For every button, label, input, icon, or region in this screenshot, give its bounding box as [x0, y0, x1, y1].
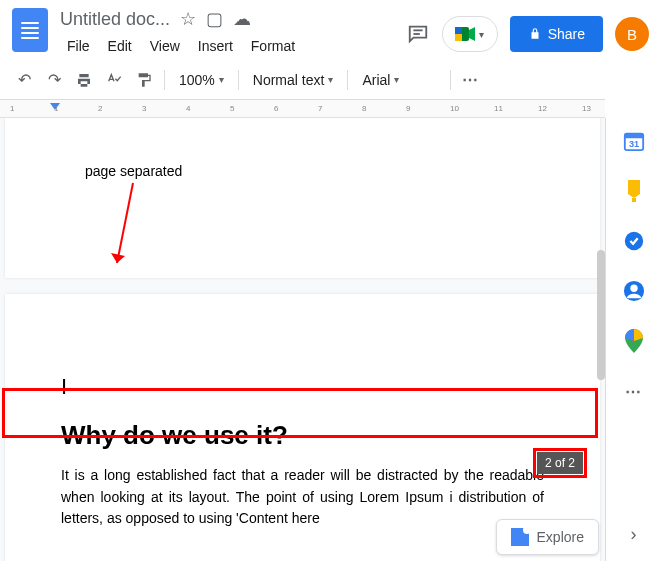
svg-point-14 [630, 285, 637, 292]
meet-button[interactable]: ▾ [442, 16, 498, 52]
spellcheck-button[interactable] [100, 66, 128, 94]
explore-icon [511, 528, 529, 546]
explore-button[interactable]: Explore [496, 519, 599, 555]
lock-icon [528, 27, 542, 41]
font-select[interactable]: Arial ▾ [354, 66, 444, 94]
scrollbar[interactable] [597, 250, 605, 380]
avatar[interactable]: B [615, 17, 649, 51]
svg-rect-11 [632, 198, 636, 202]
keep-icon[interactable] [623, 180, 645, 202]
zoom-value: 100% [179, 72, 215, 88]
annotation-box-separator [2, 388, 598, 438]
chevron-down-icon: ▾ [479, 29, 484, 40]
move-icon[interactable]: ▢ [206, 8, 223, 30]
svg-rect-3 [455, 27, 462, 34]
menu-format[interactable]: Format [244, 34, 302, 58]
toolbar: ↶ ↷ 100% ▾ Normal text ▾ Arial ▾ ⋯ [0, 60, 605, 100]
contacts-icon[interactable] [623, 280, 645, 302]
share-label: Share [548, 26, 585, 42]
document-canvas[interactable]: page separated I Why do we use it? It is… [0, 118, 605, 561]
chevron-down-icon: ▾ [219, 74, 224, 85]
comments-icon[interactable] [406, 22, 430, 46]
side-panel: 31 ⋯ › [605, 118, 661, 561]
star-icon[interactable]: ☆ [180, 8, 196, 30]
ruler[interactable]: 112345678910111213 [0, 100, 605, 118]
zoom-select[interactable]: 100% ▾ [171, 66, 232, 94]
menu-insert[interactable]: Insert [191, 34, 240, 58]
document-body: It is a long established fact that a rea… [61, 465, 544, 530]
svg-marker-5 [469, 27, 475, 41]
style-value: Normal text [253, 72, 325, 88]
share-button[interactable]: Share [510, 16, 603, 52]
menu-bar: File Edit View Insert Format [60, 34, 406, 58]
annotation-label: page separated [85, 163, 182, 179]
font-value: Arial [362, 72, 390, 88]
page-gap [0, 278, 605, 294]
cloud-icon[interactable]: ☁ [233, 8, 251, 30]
maps-icon[interactable] [623, 330, 645, 352]
paint-format-button[interactable] [130, 66, 158, 94]
svg-line-6 [117, 183, 133, 263]
more-addons-icon[interactable]: ⋯ [623, 380, 645, 402]
menu-file[interactable]: File [60, 34, 97, 58]
docs-logo-icon[interactable] [12, 8, 48, 52]
page-indicator: 2 of 2 [537, 452, 583, 474]
calendar-icon[interactable]: 31 [623, 130, 645, 152]
annotation-box-indicator: 2 of 2 [533, 448, 587, 478]
more-button[interactable]: ⋯ [457, 66, 485, 94]
svg-text:31: 31 [628, 139, 638, 149]
chevron-down-icon: ▾ [328, 74, 333, 85]
svg-rect-9 [624, 134, 642, 139]
redo-button[interactable]: ↷ [40, 66, 68, 94]
svg-marker-7 [111, 253, 125, 263]
header: Untitled doc... ☆ ▢ ☁ File Edit View Ins… [0, 0, 661, 60]
page-1: page separated [5, 118, 600, 278]
menu-view[interactable]: View [143, 34, 187, 58]
undo-button[interactable]: ↶ [10, 66, 38, 94]
workspace: page separated I Why do we use it? It is… [0, 118, 661, 561]
collapse-panel-icon[interactable]: › [631, 524, 637, 545]
print-button[interactable] [70, 66, 98, 94]
document-title[interactable]: Untitled doc... [60, 9, 170, 30]
menu-edit[interactable]: Edit [101, 34, 139, 58]
arrow-icon [105, 178, 145, 278]
style-select[interactable]: Normal text ▾ [245, 66, 342, 94]
explore-label: Explore [537, 529, 584, 545]
svg-rect-4 [455, 34, 462, 41]
title-area: Untitled doc... ☆ ▢ ☁ File Edit View Ins… [60, 8, 406, 58]
chevron-down-icon: ▾ [394, 74, 399, 85]
tasks-icon[interactable] [623, 230, 645, 252]
